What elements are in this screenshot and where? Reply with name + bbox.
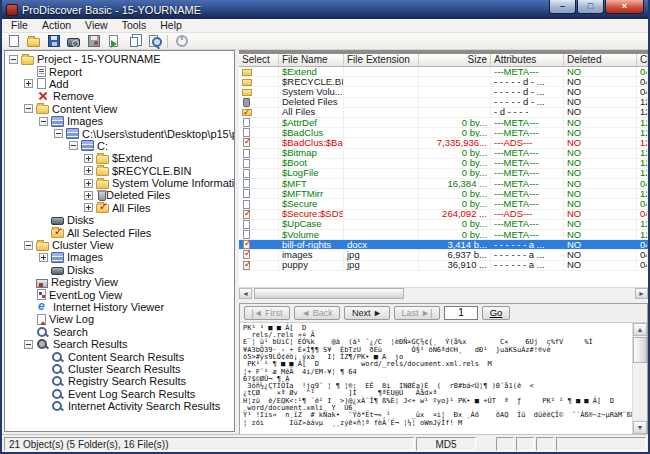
search-button[interactable] <box>145 34 162 49</box>
table-row-secure[interactable]: $Secure0 by...---META---NO04/ <box>239 199 648 209</box>
table-row-mft[interactable]: $MFT16,384 ...---META---NO04/ <box>239 179 648 189</box>
expand-toggle-icon[interactable] <box>84 166 93 175</box>
tree-item-internet-activity-search-results[interactable]: Internet Activity Search Results <box>5 400 234 412</box>
select-checkbox-icon[interactable] <box>242 109 252 116</box>
tree-item-registry-view[interactable]: Registry View <box>5 276 234 288</box>
table-row-puppy[interactable]: puppyjpg36,910 ...- - - - - - a ...NO04/ <box>239 261 648 271</box>
minimize-button[interactable]: – <box>549 0 576 14</box>
table-row-bill-of-rights[interactable]: bill-of-rightsdocx3,414 b...- - - - - - … <box>239 240 648 250</box>
expand-toggle-icon[interactable] <box>84 154 93 163</box>
back-page-button[interactable]: ◄ Back <box>294 306 340 320</box>
scroll-right-icon[interactable]: ► <box>635 288 648 299</box>
last-page-button[interactable]: Last ►| <box>394 306 440 320</box>
table-row-images[interactable]: imagesjpg6,937 b...- - - - - - a ...NO04… <box>239 250 648 260</box>
table-row-boot[interactable]: $Boot0 by...---META---NO12/ <box>239 159 648 169</box>
stop-button[interactable] <box>173 34 190 49</box>
tree-item-images[interactable]: Images <box>5 115 234 127</box>
column-header-deleted[interactable]: Deleted <box>564 54 637 66</box>
tree-item-view-log[interactable]: View Log <box>5 313 234 325</box>
table-row-mftmirr[interactable]: $MFTMirr0 by...---META---NO12/ <box>239 189 648 199</box>
select-checkbox-icon[interactable] <box>243 179 250 188</box>
select-checkbox-icon[interactable] <box>243 210 250 219</box>
page-number-input[interactable] <box>444 306 478 320</box>
table-row-bitmap[interactable]: $Bitmap0 by...---META---NO12/ <box>239 149 648 159</box>
select-checkbox-icon[interactable] <box>243 261 250 270</box>
expand-toggle-icon[interactable] <box>24 79 33 88</box>
tree-item-content-view[interactable]: Content View <box>5 103 234 115</box>
tree-item-add[interactable]: Add <box>5 78 234 90</box>
tree-item-event-log-search-results[interactable]: Event Log Search Results <box>5 388 234 400</box>
select-checkbox-icon[interactable] <box>243 230 250 239</box>
tree-item-report[interactable]: Report <box>5 65 234 77</box>
collapse-toggle-icon[interactable] <box>24 340 33 349</box>
tree-item-internet-history-viewer[interactable]: Internet History Viewer <box>5 301 234 313</box>
tree-item-extend[interactable]: $Extend <box>5 152 234 164</box>
tree-item-deleted-files[interactable]: Deleted Files <box>5 189 234 201</box>
scroll-down-icon[interactable]: ▼ <box>633 421 647 434</box>
collapse-toggle-icon[interactable] <box>39 117 48 126</box>
table-row-volume[interactable]: $Volume0 by...---META---NO12/ <box>239 230 648 240</box>
tree-item-cluster-view[interactable]: Cluster View <box>5 239 234 251</box>
select-checkbox-icon[interactable] <box>243 149 250 158</box>
tree-item-all-selected-files[interactable]: All Selected Files <box>5 226 234 238</box>
tree-item-cluster-search-results[interactable]: Cluster Search Results <box>5 363 234 375</box>
select-checkbox-icon[interactable] <box>242 89 252 96</box>
horizontal-scrollbar[interactable]: ◄ ► <box>239 287 648 299</box>
column-header-file-name[interactable]: File Name <box>279 54 344 66</box>
new-project-button[interactable] <box>5 34 22 49</box>
scroll-left-icon[interactable]: ◄ <box>239 288 252 299</box>
table-row-badclus-bad[interactable]: $BadClus:$Bad7,335,936...---ADS---NO12/ <box>239 138 648 148</box>
maximize-button[interactable]: □ <box>577 0 604 14</box>
menu-item-tools[interactable]: Tools <box>115 19 154 32</box>
select-checkbox-icon[interactable] <box>243 220 250 229</box>
capture-image-button[interactable] <box>65 34 82 49</box>
column-header-select[interactable]: Select <box>239 54 279 66</box>
tree-item-c[interactable]: C: <box>5 140 234 152</box>
menu-item-file[interactable]: File <box>4 19 35 32</box>
table-row-secure-sds[interactable]: $Secure:$SDS264,092 ...---ADS---NO04/ <box>239 210 648 220</box>
open-project-button[interactable] <box>25 34 42 49</box>
collapse-toggle-icon[interactable] <box>9 55 18 64</box>
expand-toggle-icon[interactable] <box>84 203 93 212</box>
tree-item-system-volume-information[interactable]: System Volume Information <box>5 177 234 189</box>
tree-item-search[interactable]: Search <box>5 326 234 338</box>
table-row-all-files[interactable]: All Files- d - - - -NO12/ <box>239 108 648 118</box>
menu-item-view[interactable]: View <box>78 19 115 32</box>
select-checkbox-icon[interactable] <box>243 159 250 168</box>
first-page-button[interactable]: |◄ First <box>244 306 290 320</box>
menu-item-help[interactable]: Help <box>153 19 189 32</box>
tree-item-all-files[interactable]: All Files <box>5 202 234 214</box>
expand-toggle-icon[interactable] <box>84 179 93 188</box>
go-button[interactable]: Go <box>482 306 510 320</box>
next-page-button[interactable]: Next ► <box>344 306 390 320</box>
tree-item-disks[interactable]: Disks <box>5 264 234 276</box>
tree-item-recycle-bin[interactable]: $RECYCLE.BIN <box>5 165 234 177</box>
export-report-button[interactable] <box>105 34 122 49</box>
tree-item-images[interactable]: Images <box>5 251 234 263</box>
column-header-file-extension[interactable]: File Extension <box>344 54 419 66</box>
select-checkbox-icon[interactable] <box>243 200 250 209</box>
tree-item-search-results[interactable]: Search Results <box>5 338 234 350</box>
vertical-scrollbar-thumb[interactable] <box>633 337 647 363</box>
collapse-toggle-icon[interactable] <box>24 241 33 250</box>
table-row-logfile[interactable]: $LogFile0 by...---META---NO12/ <box>239 169 648 179</box>
table-row-extend[interactable]: $Extend---META---NO04/ <box>239 67 648 77</box>
tree-item-disks[interactable]: Disks <box>5 214 234 226</box>
save-project-button[interactable] <box>45 34 62 49</box>
select-checkbox-icon[interactable] <box>243 240 250 249</box>
select-checkbox-icon[interactable] <box>242 79 252 86</box>
tree-item-c-users-student-desktop-p15-p15-dd[interactable]: C:\Users\student\Desktop\p15\p15.dd <box>5 127 234 139</box>
select-checkbox-icon[interactable] <box>243 128 250 137</box>
select-checkbox-icon[interactable] <box>242 69 252 76</box>
select-checkbox-icon[interactable] <box>243 250 250 259</box>
column-header-size[interactable]: Size <box>419 54 491 66</box>
select-checkbox-icon[interactable] <box>243 138 250 147</box>
tree-item-remove[interactable]: Remove <box>5 90 234 102</box>
select-checkbox-icon[interactable] <box>243 118 250 127</box>
column-header-attributes[interactable]: Attributes <box>491 54 564 66</box>
expand-toggle-icon[interactable] <box>84 191 93 200</box>
add-image-button[interactable] <box>85 34 102 49</box>
collapse-toggle-icon[interactable] <box>24 104 33 113</box>
horizontal-scrollbar-thumb[interactable] <box>254 288 404 299</box>
close-button[interactable]: × <box>605 0 644 14</box>
